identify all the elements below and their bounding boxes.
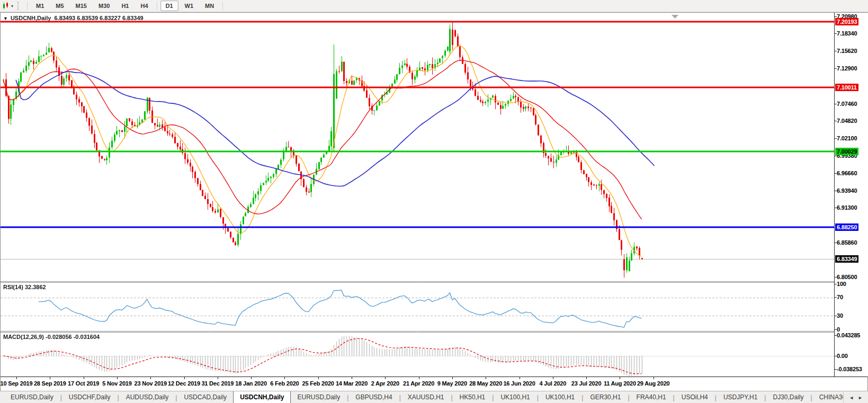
tab-usdjpy-h1[interactable]: USDJPY,H1	[717, 391, 764, 403]
rsi-indicator-label: RSI(14) 32.3862	[3, 284, 46, 290]
date-label: 31 Dec 2019	[201, 380, 234, 387]
date-label: 10 Sep 2019	[1, 380, 33, 387]
timeframe-m15-button[interactable]: M15	[70, 1, 92, 11]
date-tick	[620, 377, 620, 379]
date-tick	[586, 377, 587, 379]
tab-scroll-right-button[interactable]: ►	[858, 395, 863, 400]
date-tick	[553, 377, 553, 379]
date-label: 18 Jan 2020	[235, 380, 267, 387]
timeframe-mn-button[interactable]: MN	[200, 1, 219, 11]
tab-usdcad-daily[interactable]: USDCAD,Daily	[177, 391, 233, 403]
date-label: 16 Jun 2020	[503, 380, 535, 387]
date-label: 14 Mar 2020	[336, 380, 368, 387]
rsi-tick-label: 30	[837, 312, 843, 319]
date-tick	[452, 377, 453, 379]
date-tick	[184, 377, 185, 379]
toolbar-separator	[27, 2, 28, 10]
timeframe-m1-button[interactable]: M1	[31, 1, 49, 11]
tab-ger30-h1[interactable]: GER30,H1	[584, 391, 627, 403]
timeframe-h4-button[interactable]: H4	[135, 1, 153, 11]
timeframe-d1-button[interactable]: D1	[160, 1, 178, 11]
date-tick	[16, 377, 17, 379]
tab-uk100-h1[interactable]: UK100,H1	[494, 391, 536, 403]
chart-tab-bar: EURUSD,Daily|USDCHF,Daily|AUDUSD,Daily|U…	[0, 391, 868, 403]
date-tick	[654, 377, 654, 379]
chart-style-icon	[2, 2, 11, 10]
chart-ohlc-values: 6.83493 6.83539 6.83227 6.83349	[54, 15, 143, 21]
date-tick	[50, 377, 50, 379]
price-tick-label: 6.85860	[837, 239, 857, 246]
price-level-label: 7.00029	[835, 148, 858, 155]
timeframe-m5-button[interactable]: M5	[50, 1, 69, 11]
price-axis[interactable]: 7.209807.183407.156207.129007.074607.048…	[835, 13, 868, 377]
date-label: 12 Dec 2019	[168, 380, 200, 387]
tab-usoil-h4[interactable]: USOil,H4	[675, 391, 714, 403]
tab-usdchf-daily[interactable]: USDCHF,Daily	[62, 391, 117, 403]
price-tick-label: 7.18340	[837, 30, 857, 37]
tab-hk50-h1[interactable]: HK50,H1	[453, 391, 492, 403]
tab-fra40-h1[interactable]: FRA40,H1	[630, 391, 673, 403]
price-tick-label: 7.04820	[837, 118, 857, 124]
tab-china300-h1[interactable]: CHINA300,H1	[813, 391, 844, 403]
timeframe-w1-button[interactable]: W1	[180, 1, 199, 11]
date-tick	[251, 377, 252, 379]
trading-terminal: ▾ M1M5M15M30H1H4D1W1MN ▼USDCNH,Daily 6.8…	[0, 0, 868, 403]
date-tick	[117, 377, 118, 379]
price-tick-label: 6.93940	[837, 187, 857, 194]
date-label: 25 Feb 2020	[302, 380, 334, 387]
macd-tick-label: 0.00	[837, 353, 848, 360]
chart-canvas[interactable]	[1, 13, 835, 377]
chart-title: ▼USDCNH,Daily 6.83493 6.83539 6.83227 6.…	[3, 15, 144, 21]
date-label: 4 Jul 2020	[539, 380, 566, 387]
date-axis[interactable]: 10 Sep 201928 Sep 201917 Oct 20195 Nov 2…	[1, 377, 867, 391]
tab-uk100-h1[interactable]: UK100,H1	[539, 391, 581, 403]
timeframe-group: M1M5M15M30H1H4D1W1MN	[30, 1, 226, 11]
date-tick	[284, 377, 285, 379]
chart-tool-cluster[interactable]: ▾	[0, 0, 15, 12]
timeframe-h1-button[interactable]: H1	[116, 1, 134, 11]
tab-eurusd-daily[interactable]: EURUSD,Daily	[291, 391, 346, 403]
date-tick	[218, 377, 218, 379]
tab-usdcnh-daily[interactable]: USDCNH,Daily	[233, 391, 291, 403]
date-label: 9 May 2020	[437, 380, 467, 387]
price-tick-label: 6.91300	[837, 204, 857, 211]
tab-scroll-left-button[interactable]: ◄	[849, 395, 854, 400]
tab-gbpusd-h4[interactable]: GBPUSD,H4	[349, 391, 398, 403]
tab-audusd-daily[interactable]: AUDUSD,Daily	[120, 391, 175, 403]
timeframe-m30-button[interactable]: M30	[93, 1, 115, 11]
chart-tabs: EURUSD,Daily|USDCHF,Daily|AUDUSD,Daily|U…	[0, 391, 843, 403]
date-tick	[150, 377, 151, 379]
toolbar-separator	[157, 2, 157, 10]
date-label: 23 Jul 2020	[571, 380, 602, 387]
date-label: 17 Oct 2019	[68, 380, 99, 387]
price-tick-label: 6.80500	[837, 274, 857, 281]
tab-dj30-daily[interactable]: DJ30,Daily	[766, 391, 810, 403]
toolbar-grip-handle[interactable]	[17, 2, 21, 10]
price-level-label: 6.83349	[835, 255, 858, 263]
date-label: 21 Apr 2020	[403, 380, 434, 387]
price-level-label: 6.88250	[835, 223, 858, 231]
price-tick-label: 7.02100	[837, 135, 857, 142]
chart-symbol-label: USDCNH,Daily	[11, 15, 51, 21]
date-label: 6 Feb 2020	[270, 380, 299, 387]
price-level-label: 7.10011	[835, 84, 858, 91]
date-tick	[352, 377, 352, 379]
tab-eurusd-daily[interactable]: EURUSD,Daily	[4, 391, 60, 403]
tab-scroll-arrows: ◄ ►	[843, 391, 868, 403]
price-level-label: 7.20193	[835, 18, 858, 25]
price-tick-label: 7.15620	[837, 48, 857, 55]
tab-xauusd-h1[interactable]: XAUUSD,H1	[401, 391, 451, 403]
price-tick-label: 7.07460	[837, 101, 857, 108]
date-tick	[520, 377, 520, 379]
rsi-tick-label: 70	[837, 294, 843, 301]
collapse-triangle-icon[interactable]: ▼	[3, 16, 8, 21]
date-tick	[318, 377, 319, 379]
macd-tick-label: -0.038253	[837, 366, 862, 373]
date-label: 5 Nov 2019	[102, 380, 131, 387]
date-label: 2 Apr 2020	[371, 380, 399, 387]
chart-window: ▼USDCNH,Daily 6.83493 6.83539 6.83227 6.…	[0, 12, 868, 391]
date-label: 28 May 2020	[469, 380, 502, 387]
macd-indicator-label: MACD(12,26,9) -0.028056 -0.031604	[3, 334, 100, 340]
toolbar-separator	[222, 2, 223, 10]
date-label: 23 Nov 2019	[134, 380, 166, 387]
